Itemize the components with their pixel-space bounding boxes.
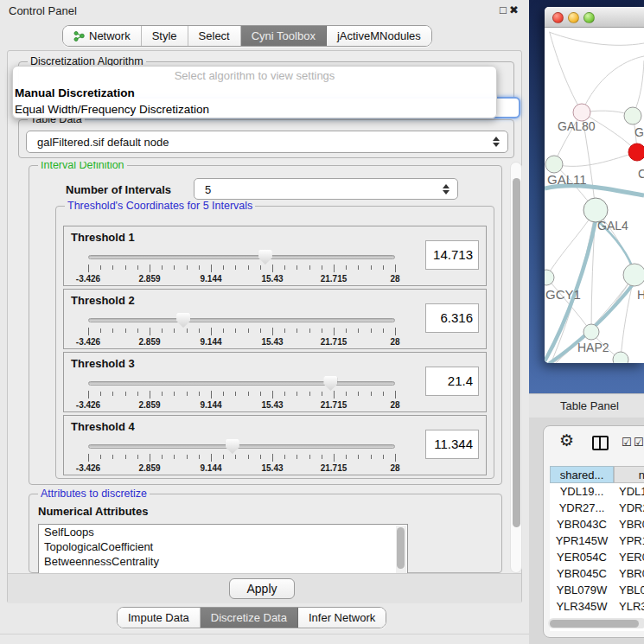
number-of-intervals-label: Number of Intervals xyxy=(66,183,171,196)
float-window-icon[interactable]: □ xyxy=(500,3,507,16)
node-bottom-partial[interactable] xyxy=(613,352,628,363)
network-view-window[interactable]: GAL80 GA C GAL11 GAL4 GCY1 H HAP2 xyxy=(545,7,644,363)
screenshot-root: Control Panel □ ✖ Network Style Select C… xyxy=(0,0,644,644)
threshold-1-value-field[interactable]: 14.713 xyxy=(425,240,479,270)
table-row[interactable]: YBR045CYBR0 xyxy=(550,565,644,582)
tab-jactivemnodules[interactable]: jActiveMNodules xyxy=(327,26,431,46)
apply-button[interactable]: Apply xyxy=(229,578,295,599)
table-row[interactable]: YBR043CYBR0 xyxy=(550,516,644,532)
threshold-4-value-field[interactable]: 11.344 xyxy=(425,430,479,459)
slider-thumb[interactable] xyxy=(323,376,337,391)
panel-bottom-divider xyxy=(0,634,529,634)
node-label-gal80: GAL80 xyxy=(558,119,596,133)
slider-tick-labels: -3.4262.8599.14415.4321.71528 xyxy=(88,337,395,348)
slider-tick-labels: -3.4262.8599.14415.4321.71528 xyxy=(88,463,395,474)
node-label-c: C xyxy=(638,167,644,181)
threshold-3-value-field[interactable]: 21.4 xyxy=(425,367,479,396)
node-label-h: H xyxy=(637,288,644,302)
panel-scrollbar[interactable] xyxy=(510,162,522,573)
node-gal80[interactable] xyxy=(573,104,590,121)
threshold-3-label: Threshold 3 xyxy=(71,357,135,370)
slider-thumb[interactable] xyxy=(176,313,190,328)
numerical-attributes-label: Numerical Attributes xyxy=(38,505,148,518)
threshold-1-slider[interactable]: -3.4262.8599.14415.4321.71528 xyxy=(88,251,395,285)
table-panel-titlebar: Table Panel xyxy=(529,393,644,418)
select-checkbox-icon[interactable]: ☑ xyxy=(622,437,632,448)
number-of-intervals-combobox[interactable]: 5 xyxy=(194,178,458,200)
list-item[interactable]: BetweennessCentrality xyxy=(39,554,407,569)
network-edges xyxy=(545,32,644,363)
attributes-group-title: Attributes to discretize xyxy=(38,488,150,500)
close-traffic-light-icon[interactable] xyxy=(552,12,564,23)
slider-ticks xyxy=(88,265,395,273)
node-gcy1[interactable] xyxy=(545,270,554,285)
node-hap2[interactable] xyxy=(583,324,599,340)
table-row[interactable]: YDR27...YDR2 xyxy=(550,500,644,516)
algorithm-dropdown-popup: Select algorithm to view settings Manual… xyxy=(12,66,497,118)
dropdown-option-manual[interactable]: Manual Discretization xyxy=(13,85,496,101)
network-window-titlebar[interactable] xyxy=(545,7,644,28)
node-selected-red[interactable] xyxy=(628,143,644,161)
node-gal11[interactable] xyxy=(545,156,563,173)
scrollbar-thumb[interactable] xyxy=(550,620,639,628)
threshold-4-card: Threshold 4 -3.4262.8599.14415.4321.7152… xyxy=(63,415,487,475)
split-columns-icon[interactable] xyxy=(592,436,609,450)
slider-ticks xyxy=(88,454,395,462)
tab-infer-network[interactable]: Infer Network xyxy=(298,608,386,628)
tab-discretize-data[interactable]: Discretize Data xyxy=(201,608,298,628)
list-item[interactable]: SelfLoops xyxy=(39,525,407,539)
dropdown-option-equal-width[interactable]: Equal Width/Frequency Discretization xyxy=(13,101,496,118)
tab-network-label: Network xyxy=(89,29,131,42)
slider-track xyxy=(88,381,395,386)
table-rows: YDL19...YDL1 YDR27...YDR2 YBR043CYBR0 YP… xyxy=(550,483,644,631)
slider-thumb[interactable] xyxy=(258,250,272,265)
table-horizontal-scrollbar[interactable] xyxy=(548,618,644,628)
threshold-2-slider[interactable]: -3.4262.8599.14415.4321.71528 xyxy=(88,314,395,348)
slider-tick-labels: -3.4262.8599.14415.4321.71528 xyxy=(88,400,395,411)
threshold-3-slider[interactable]: -3.4262.8599.14415.4321.71528 xyxy=(88,377,395,411)
minimize-traffic-light-icon[interactable] xyxy=(568,12,579,23)
slider-thumb[interactable] xyxy=(226,439,239,454)
table-row[interactable]: YER054CYER0 xyxy=(550,549,644,565)
list-item[interactable]: TopologicalCoefficient xyxy=(39,539,407,554)
select-checkbox-icon[interactable]: ☑ xyxy=(634,437,644,448)
table-panel-title: Table Panel xyxy=(560,399,619,412)
zoom-traffic-light-icon[interactable] xyxy=(583,12,595,23)
table-data-combobox[interactable]: galFiltered.sif default node xyxy=(26,131,508,153)
table-row[interactable]: YLR345WYLR3 xyxy=(550,598,644,615)
threshold-2-value-field[interactable]: 6.316 xyxy=(425,303,479,333)
network-canvas[interactable]: GAL80 GA C GAL11 GAL4 GCY1 H HAP2 xyxy=(545,28,644,363)
slider-tick-labels: -3.4262.8599.14415.4321.71528 xyxy=(88,274,395,284)
column-header-shared-name[interactable]: shared... xyxy=(550,466,614,483)
tab-select[interactable]: Select xyxy=(188,26,241,46)
node-h-partial[interactable] xyxy=(623,264,644,286)
thresholds-group: Threshold's Coordinates for 5 Intervals … xyxy=(55,206,494,479)
table-row[interactable]: YDL19...YDL1 xyxy=(550,483,644,500)
threshold-4-slider[interactable]: -3.4262.8599.14415.4321.71528 xyxy=(88,440,395,475)
interval-definition-group: Interval Definition Number of Intervals … xyxy=(29,165,502,485)
close-icon[interactable]: ✖ xyxy=(509,3,519,16)
table-row[interactable]: YBL079WYBL0 xyxy=(550,582,644,598)
tab-impute-data[interactable]: Impute Data xyxy=(118,608,201,628)
node-label-gal4: GAL4 xyxy=(597,219,628,233)
control-panel-window: Control Panel □ ✖ Network Style Select C… xyxy=(0,0,529,644)
slider-track xyxy=(88,255,395,259)
threshold-2-label: Threshold 2 xyxy=(71,294,135,307)
list-scrollbar[interactable] xyxy=(396,526,406,573)
interval-definition-title: Interval Definition xyxy=(38,162,127,171)
tab-cyni-toolbox[interactable]: Cyni Toolbox xyxy=(241,26,327,46)
threshold-2-card: Threshold 2 -3.4262.8599.14415.4321.7152… xyxy=(63,289,487,349)
table-panel-body: ⚙ ☑ ☑ shared... na YDL19...YDL1 YDR27...… xyxy=(529,418,644,644)
tab-style[interactable]: Style xyxy=(142,26,188,46)
node-ga-partial[interactable] xyxy=(624,107,641,124)
column-header-name[interactable]: na xyxy=(614,466,644,483)
scrollbar-thumb[interactable] xyxy=(397,527,405,569)
threshold-3-card: Threshold 3 -3.4262.8599.14415.4321.7152… xyxy=(63,352,487,412)
cyni-mode-tabs: Impute Data Discretize Data Infer Networ… xyxy=(117,607,386,628)
scrollbar-thumb[interactable] xyxy=(513,178,520,527)
slider-track xyxy=(88,318,395,322)
gear-icon[interactable]: ⚙ xyxy=(559,432,574,449)
slider-track xyxy=(88,444,395,449)
tab-network[interactable]: Network xyxy=(63,26,142,46)
table-row[interactable]: YPR145WYPR1 xyxy=(550,532,644,549)
